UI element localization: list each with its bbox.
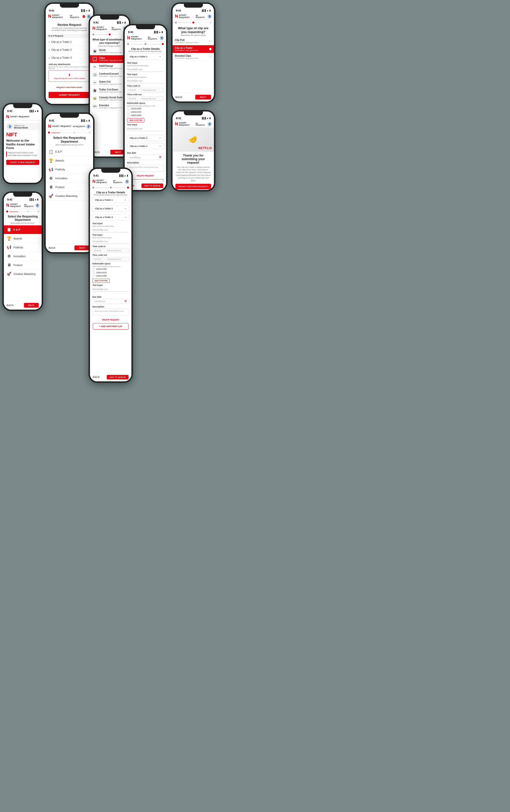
description-input[interactable]: Enter any further descriptions here	[92, 309, 129, 316]
timecode-in-input[interactable]: 00:00:00	[92, 248, 104, 253]
spec-1080x1920-checkbox[interactable]	[127, 111, 130, 113]
clip3-header[interactable]: Clip as a Trailer 3 ▼	[92, 214, 129, 220]
dept-item-ep[interactable]: 📋 E & P	[46, 147, 93, 156]
option-clip-trailer[interactable]: Clip as a Trailer Description copy goes …	[173, 45, 214, 53]
request-another-link[interactable]: REQUEST ANOTHER ASSET	[56, 86, 83, 89]
spec-1920-checkbox[interactable]	[127, 108, 130, 110]
radio-branded-clips[interactable]	[209, 56, 211, 58]
user-avatar-header[interactable]: 👤	[125, 179, 129, 184]
creative-icon: 🚀	[49, 194, 53, 198]
user-avatar-header[interactable]: 👤	[36, 203, 39, 208]
clip2-accordion: Clip as a Trailer 2 ▼	[125, 135, 166, 143]
notification-badge[interactable]: 2	[83, 15, 85, 18]
deliverable-sub: Select all that apply or enter your own.	[92, 266, 129, 267]
timecode-out-placeholder[interactable]: Placeholder text	[106, 257, 129, 261]
user-avatar-header[interactable]: 👤	[208, 14, 211, 19]
asset-link-field[interactable]: Placeholder text	[127, 79, 164, 83]
dept-item-ep[interactable]: 📋 E & P	[4, 225, 41, 234]
add-custom-button[interactable]: ADD CUSTOM	[127, 118, 144, 122]
prog-dot-3	[89, 132, 91, 134]
dept-item-publicity[interactable]: 📢 Publicity	[46, 165, 93, 174]
clip1-header[interactable]: Clip as a Trailer 1 ▲	[127, 54, 164, 60]
signal-icon: ▐▐▐	[80, 119, 85, 122]
phone-department-small: 9:41 ▐▐▐ ▲ ▮ N ASSET REQUEST MY REQUESTS…	[2, 192, 43, 311]
spec-1920-label: 1920x1080	[131, 108, 141, 110]
description-input[interactable]: Enter any further descriptions here	[127, 165, 164, 172]
radio-clip-trailer[interactable]	[209, 48, 211, 50]
text-input2-field[interactable]: Placeholder text	[127, 126, 164, 131]
next-button[interactable]: NEXT	[195, 95, 211, 99]
spec-1920-row[interactable]: 1920x1080	[127, 108, 164, 110]
timecode-in-placeholder[interactable]: Placeholder text	[106, 248, 129, 253]
timecode-out-input[interactable]: 00:00:00	[127, 96, 139, 101]
upload-box[interactable]: ⬆ Drag and drop files here or click to u…	[49, 70, 90, 82]
spec-1080-checkbox[interactable]	[92, 274, 95, 277]
user-avatar-header[interactable]: 👤	[160, 36, 164, 40]
timecode-in-input[interactable]: 00:00:00	[127, 88, 139, 92]
start-new-request-button[interactable]: START A NEW REQUEST	[6, 160, 39, 165]
wifi-icon: ▲	[124, 174, 126, 177]
welcome-screen: 9:41 ▐▐▐ ▲ ▮ N ASSET REQUEST 👤 Signed in…	[4, 104, 41, 183]
dept-item-publicity[interactable]: 📢 Publicity	[4, 243, 41, 252]
dept-item-creative[interactable]: 🚀 Creative Marketing	[46, 192, 93, 201]
signed-in-label: Signed in as	[14, 124, 28, 126]
spec-1080-row[interactable]: 1080x1080	[92, 274, 129, 277]
timecode-out-placeholder[interactable]: Placeholder text	[140, 96, 164, 101]
dept-progress-label: Department	[52, 132, 60, 134]
due-date-input[interactable]: 09/30/2020 📅	[92, 299, 129, 304]
clip2-header[interactable]: Clip as a Trailer 2 ▼	[92, 205, 129, 212]
back-button[interactable]: BACK	[49, 246, 56, 249]
add-to-queue-button[interactable]: ADD TO QUEUE	[107, 375, 129, 379]
add-custom-button[interactable]: ADD CUSTOM	[92, 279, 110, 283]
dept-item-awards[interactable]: 🏆 Awards	[46, 156, 93, 165]
dept-item-innovation[interactable]: ⚙ Innovation	[4, 252, 41, 261]
asset-link-field[interactable]: Placeholder text	[92, 239, 129, 244]
submit-request-button[interactable]: SUBMIT REQUEST	[49, 92, 90, 98]
asset-options-list: Clip Pull Description copy goes here Cli…	[173, 37, 214, 61]
text-input2-field[interactable]: Placeholder text	[92, 287, 129, 292]
back-button[interactable]: BACK	[7, 304, 13, 307]
clip1-header[interactable]: Clip as a Trailer 1 ▼	[92, 197, 129, 203]
spec-1080x1920-checkbox[interactable]	[92, 271, 95, 274]
user-avatar-header[interactable]: 👤	[208, 122, 211, 126]
spec-1080x1920-row[interactable]: 1080x1920	[127, 111, 164, 113]
due-date-input[interactable]: mm/dd/yyyy 📅	[127, 155, 164, 160]
dept-item-awards[interactable]: 🏆 Awards	[4, 234, 41, 243]
next-button[interactable]: NEXT	[75, 245, 90, 250]
text-input-field[interactable]: Placeholder text	[92, 228, 129, 232]
bottom-bar: BACK ADD TO QUEUE	[90, 373, 132, 381]
timecode-out-input[interactable]: 00:00:00	[92, 257, 104, 261]
spec-1080-row[interactable]: 1080x1080	[127, 114, 164, 117]
clip-row-1[interactable]: ▾ Clip as a Trailer 1 ···	[46, 38, 93, 46]
delete-request-link[interactable]: DELETE REQUEST	[92, 317, 129, 322]
due-date-label: Due date	[127, 152, 164, 154]
text-input-field[interactable]: Placeholder text	[127, 67, 164, 72]
encodes-icon: </>	[92, 104, 97, 109]
dept-item-innovation[interactable]: ⚙ Innovation	[46, 174, 93, 183]
option-clip-pull[interactable]: Clip Pull Description copy goes here	[173, 37, 214, 45]
back-button[interactable]: BACK	[175, 96, 182, 98]
timecode-in-placeholder[interactable]: Placeholder text	[140, 88, 164, 92]
spec-1080-checkbox[interactable]	[127, 114, 130, 117]
back-button[interactable]: BACK	[93, 376, 100, 378]
dept-item-product[interactable]: 🖥 Product	[4, 261, 41, 270]
option-branded-clips[interactable]: Branded Clips Description copy goes here	[173, 53, 214, 61]
add-to-queue-button[interactable]: ADD TO QUEUE	[141, 183, 163, 188]
dept-item-creative[interactable]: 🚀 Creative Marketing	[4, 270, 41, 279]
battery-icon: ▮	[209, 9, 210, 12]
dept-item-product[interactable]: 🖥 Product	[46, 183, 93, 192]
clip-row-3[interactable]: ▾ Clip as a Trailer 3 ···	[46, 54, 93, 62]
clip2-header[interactable]: Clip as a Trailer 2 ▼	[127, 135, 164, 141]
create-another-button[interactable]: CREATE ANOTHER REQUEST	[175, 184, 211, 189]
user-avatar-header[interactable]: 👤	[86, 124, 91, 129]
radio-clip-pull[interactable]	[209, 40, 211, 42]
clip-row-2[interactable]: ▾ Clip as a Trailer 2 ···	[46, 46, 93, 54]
add-another-clip-button[interactable]: + ADD ANOTHER CLIP	[93, 323, 129, 329]
spec-1920-row[interactable]: 1920x1080	[92, 268, 129, 270]
next-button[interactable]: NEXT	[24, 303, 39, 308]
netflix-watermark: NETFLIX	[198, 146, 212, 150]
description-label: Description	[92, 306, 129, 308]
spec-1920-checkbox[interactable]	[92, 268, 95, 270]
clip3-header[interactable]: Clip as a Trailer 3 ▼	[127, 143, 164, 149]
spec-1080x1920-row[interactable]: 1080x1920	[92, 271, 129, 274]
